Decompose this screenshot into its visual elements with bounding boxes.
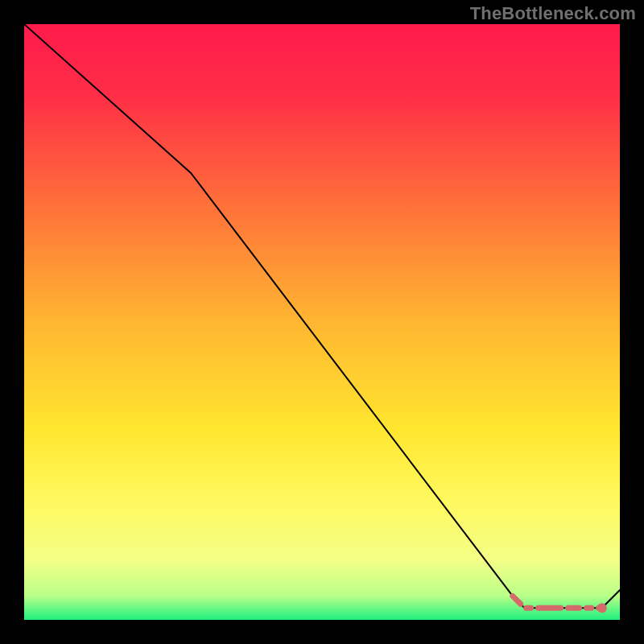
chart-frame: TheBottleneck.com (0, 0, 644, 644)
attribution-label: TheBottleneck.com (470, 3, 636, 24)
chart-svg (24, 24, 620, 620)
optimal-point-marker (597, 603, 607, 613)
gradient-background (24, 24, 620, 620)
plot-area (24, 24, 620, 620)
